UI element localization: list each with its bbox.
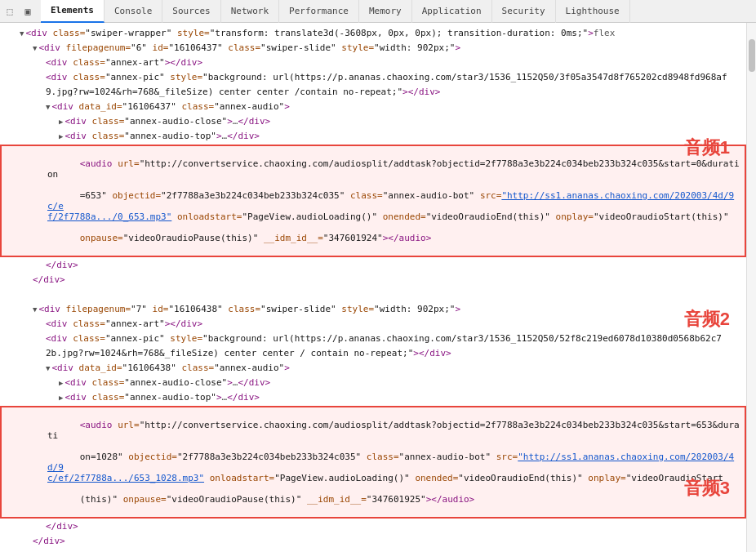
box-icon[interactable]: ▣ (21, 5, 34, 18)
scrollbar-thumb[interactable] (749, 39, 755, 72)
dom-line: 2b.jpg?rw=1024&rh=768&_fileSize) center … (0, 346, 746, 361)
dom-line: ▶<div class="annex-audio-close">…</div> (0, 114, 746, 129)
dom-line: ▶<div class="annex-audio-top">…</div> (0, 390, 746, 405)
tab-bar: Elements Console Sources Network Perform… (41, 0, 753, 23)
dom-line: ▶<div class="annex-audio-top">…</div> (0, 129, 746, 144)
dom-line: </div> (0, 534, 746, 549)
cursor-icon[interactable]: ⬚ (3, 5, 16, 18)
tab-elements[interactable]: Elements (41, 0, 105, 23)
dom-line: ▼<div class="swiper-wrapper" style="tran… (0, 26, 746, 41)
toolbar-icons: ⬚ ▣ (3, 5, 41, 18)
audio2-block: <audio url="http://convertservice.chaoxi… (0, 406, 746, 519)
devtools-main: ▼<div class="swiper-wrapper" style="tran… (0, 23, 756, 552)
audio1-block: <audio url="http://convertservice.chaoxi… (0, 145, 746, 257)
tab-lighthouse[interactable]: Lighthouse (556, 0, 630, 23)
dom-line: 9.jpg?rw=1024&rh=768&_fileSize) center c… (0, 85, 746, 100)
tab-security[interactable]: Security (492, 0, 556, 23)
dom-line: </div> (0, 519, 746, 534)
dom-line (0, 287, 746, 302)
tab-network[interactable]: Network (221, 0, 279, 23)
dom-line: <div class="annex-pic" style="background… (0, 70, 746, 85)
tab-application[interactable]: Application (412, 0, 492, 23)
dom-line: ▼<div filepagenum="7" id="16106438" clas… (0, 302, 746, 317)
dom-panel[interactable]: ▼<div class="swiper-wrapper" style="tran… (0, 23, 746, 552)
tab-console[interactable]: Console (105, 0, 162, 23)
dom-line: ▼<div filepagenum="6" id="16106437" clas… (0, 41, 746, 56)
dom-line: </div> (0, 273, 746, 287)
dom-line: <div class="annex-pic" style="background… (0, 332, 746, 346)
tab-memory[interactable]: Memory (359, 0, 412, 23)
devtools-toolbar: ⬚ ▣ Elements Console Sources Network Per… (0, 0, 756, 23)
dom-line: </div> (0, 258, 746, 273)
dom-line: <div class="annex-art"></div> (0, 317, 746, 332)
dom-line: ▼<div data_id="16106437" class="annex-au… (0, 100, 746, 114)
dom-line: ▼<div data_id="16106438" class="annex-au… (0, 361, 746, 376)
vertical-scrollbar[interactable] (746, 23, 756, 552)
dom-line: <div class="annex-art"></div> (0, 56, 746, 70)
tab-performance[interactable]: Performance (279, 0, 359, 23)
dom-line (0, 549, 746, 552)
tab-sources[interactable]: Sources (162, 0, 220, 23)
dom-line: ▶<div class="annex-audio-close">…</div> (0, 376, 746, 390)
